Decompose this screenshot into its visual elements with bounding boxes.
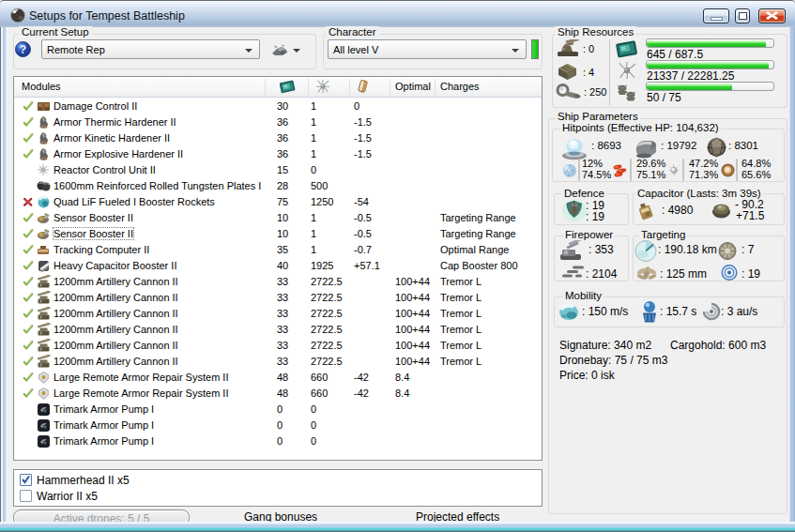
svg-text:?: ? bbox=[20, 43, 26, 56]
